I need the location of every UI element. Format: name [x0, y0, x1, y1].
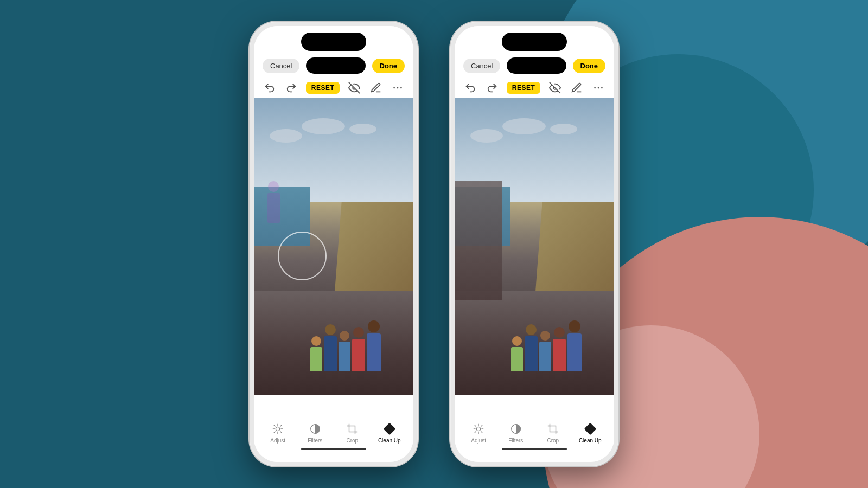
pill-indicator-right — [507, 57, 566, 74]
cloud-3 — [349, 124, 376, 134]
filters-label-right: Filters — [508, 438, 523, 444]
diamond-left — [383, 423, 395, 435]
dynamic-island-left — [301, 33, 366, 51]
svg-line-27 — [481, 425, 483, 427]
beach-photo-left — [254, 98, 413, 395]
tool-tabs-right: Adjust Filters — [455, 420, 614, 446]
done-button-right[interactable]: Done — [573, 59, 606, 73]
dynamic-island-right — [502, 33, 567, 51]
crop-label-right: Crop — [547, 438, 559, 444]
ghost-person-left — [267, 181, 280, 223]
home-indicator-right — [502, 448, 567, 450]
bottom-toolbar-right: Adjust Filters — [455, 412, 614, 462]
svg-point-3 — [400, 87, 402, 89]
svg-point-4 — [276, 427, 280, 431]
cleanup-label-left: Clean Up — [378, 438, 401, 444]
divider-left — [254, 416, 413, 416]
circle-selection-left — [278, 232, 327, 280]
more-button-right[interactable] — [591, 80, 605, 95]
svg-point-16 — [594, 87, 596, 89]
cleanup-icon-left — [382, 422, 397, 436]
filters-icon-left — [308, 422, 322, 436]
redo-button-left[interactable] — [284, 80, 298, 95]
home-indicator-left — [301, 448, 366, 450]
cloud-1 — [270, 129, 302, 143]
bottom-toolbar-left: Adjust Filters — [254, 412, 413, 462]
tab-filters-right[interactable]: Filters — [501, 422, 531, 444]
bottom-white-left — [254, 395, 413, 412]
svg-line-8 — [280, 432, 282, 433]
svg-point-2 — [397, 87, 399, 89]
svg-line-11 — [274, 432, 276, 433]
svg-line-12 — [280, 425, 282, 427]
cloud-r-2 — [502, 118, 546, 134]
svg-rect-29 — [550, 426, 556, 432]
family-group-left — [286, 320, 406, 371]
toolbar-row-right: RESET — [455, 78, 614, 98]
crop-icon-right — [546, 422, 560, 436]
svg-line-22 — [475, 425, 476, 427]
svg-point-19 — [477, 427, 481, 431]
phone-inner-right: Cancel Done — [455, 26, 614, 462]
svg-point-18 — [601, 87, 603, 89]
svg-line-7 — [274, 425, 276, 427]
adjust-label-right: Adjust — [471, 438, 486, 444]
divider-right — [455, 416, 614, 416]
eye-slash-button-left[interactable] — [347, 80, 361, 95]
bottom-white-right — [455, 395, 614, 412]
cancel-button-left[interactable]: Cancel — [263, 59, 299, 73]
markup-button-left[interactable] — [369, 80, 383, 95]
diamond-right — [584, 423, 596, 435]
tab-crop-left[interactable]: Crop — [337, 422, 367, 444]
cloud-r-1 — [470, 129, 503, 143]
svg-point-17 — [598, 87, 599, 89]
svg-line-26 — [475, 432, 476, 433]
cloud-2 — [302, 118, 345, 134]
phone-right: Cancel Done — [450, 22, 618, 466]
svg-point-1 — [393, 87, 395, 89]
filters-icon-right — [509, 422, 523, 436]
phone-screen-left: Cancel Done — [254, 26, 413, 462]
adjust-icon-right — [471, 422, 486, 436]
cleanup-label-right: Clean Up — [579, 438, 602, 444]
undo-button-right[interactable] — [463, 80, 477, 95]
svg-line-23 — [481, 432, 483, 433]
photo-area-right[interactable] — [455, 98, 614, 395]
redo-button-right[interactable] — [485, 80, 499, 95]
clean-area-right — [455, 181, 502, 300]
adjust-label-left: Adjust — [270, 438, 285, 444]
svg-rect-14 — [349, 426, 355, 432]
family-group-right — [487, 320, 607, 371]
more-button-left[interactable] — [391, 80, 405, 95]
cancel-button-right[interactable]: Cancel — [463, 59, 500, 73]
tab-cleanup-left[interactable]: Clean Up — [374, 422, 404, 444]
adjust-icon-left — [271, 422, 285, 436]
markup-button-right[interactable] — [570, 80, 584, 95]
filters-label-left: Filters — [308, 438, 322, 444]
cloud-r-3 — [550, 124, 577, 134]
pill-indicator-left — [306, 57, 366, 74]
tab-crop-right[interactable]: Crop — [538, 422, 568, 444]
eye-slash-button-right[interactable] — [548, 80, 562, 95]
toolbar-row-left: RESET — [254, 78, 413, 98]
photo-area-left[interactable] — [254, 98, 413, 395]
beach-photo-right — [455, 98, 614, 395]
crop-icon-left — [345, 422, 359, 436]
phone-left: Cancel Done — [250, 22, 418, 466]
tab-filters-left[interactable]: Filters — [300, 422, 330, 444]
tab-cleanup-right[interactable]: Clean Up — [575, 422, 605, 444]
tool-tabs-left: Adjust Filters — [254, 420, 413, 446]
phones-container: Cancel Done — [0, 0, 868, 488]
reset-button-right[interactable]: RESET — [507, 82, 541, 94]
tab-adjust-right[interactable]: Adjust — [464, 422, 494, 444]
undo-button-left[interactable] — [263, 80, 277, 95]
reset-button-left[interactable]: RESET — [306, 82, 340, 94]
crop-label-left: Crop — [346, 438, 358, 444]
phone-screen-right: Cancel Done — [455, 26, 614, 462]
done-button-left[interactable]: Done — [372, 59, 405, 73]
phone-inner-left: Cancel Done — [254, 26, 413, 462]
cleanup-icon-right — [583, 422, 597, 436]
tab-adjust-left[interactable]: Adjust — [263, 422, 293, 444]
